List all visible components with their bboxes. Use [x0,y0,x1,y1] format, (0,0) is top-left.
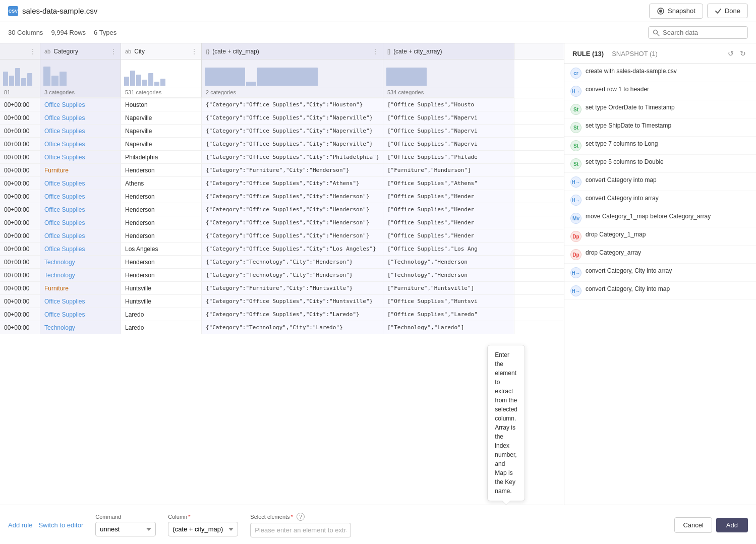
rule-item[interactable]: H→ convert Category, City into map [564,282,756,300]
cell-map: {"Category":"Office Supplies","City":"La… [202,308,383,321]
cell-time: 00+00:00 [0,164,40,176]
cell-array: ["Technology","Laredo"] [383,321,514,334]
rule-item[interactable]: cr create with sales-data-sample.csv [564,64,756,82]
cell-time: 00+00:00 [0,256,40,268]
table-row: 00+00:00 Office Supplies Naperville {"Ca… [0,125,564,138]
col-header-map: {} (cate + city_map) ⋮ [202,43,383,59]
switch-editor-link[interactable]: Switch to editor [38,521,83,529]
cell-category: Office Supplies [40,243,121,255]
bottom-left: Add rule Switch to editor [8,521,83,529]
rule-item[interactable]: H→ convert Category into array [564,191,756,209]
rule-item[interactable]: H→ convert Category, City into array [564,264,756,282]
columns-stat: 30 Columns [8,29,43,36]
cell-time: 00+00:00 [0,282,40,294]
cell-city: Naperville [121,125,202,137]
stat-col0: 81 [0,88,40,98]
table-row: 00+00:00 Office Supplies Naperville {"Ca… [0,138,564,151]
col-menu-category[interactable]: ⋮ [110,48,117,55]
col-header-array: [] (cate + city_array) [383,43,514,59]
histogram-row [0,59,564,88]
cell-array: ["Office Supplies","Hender [383,203,514,216]
cell-map: {"Category":"Office Supplies","City":"Hu… [202,295,383,308]
cell-time: 00+00:00 [0,151,40,163]
table-row: 00+00:00 Office Supplies Laredo {"Catego… [0,308,564,321]
cell-city: Houston [121,98,202,111]
cell-time: 00+00:00 [0,190,40,203]
add-rule-link[interactable]: Add rule [8,521,32,529]
rule-item[interactable]: St set type ShipDate to Timestamp [564,118,756,137]
top-bar-left: CSV sales-data-sample.csv [8,6,97,16]
redo-button[interactable]: ↻ [738,48,748,58]
rule-list: cr create with sales-data-sample.csv H→ … [564,64,756,505]
table-row: 00+00:00 Furniture Huntsville {"Category… [0,282,564,295]
rule-text: convert Category into array [586,194,659,203]
cell-map: {"Category":"Technology","City":"Henders… [202,269,383,281]
column-select[interactable]: (cate + city_map) [168,522,238,536]
main-layout: ⋮ ab Category ⋮ ab City ⋮ {} (cate + cit… [0,43,756,505]
select-elements-label: Select elements* ? [250,513,351,521]
col-menu-city[interactable]: ⋮ [191,48,197,55]
table-row: 00+00:00 Office Supplies Henderson {"Cat… [0,229,564,243]
cell-category: Office Supplies [40,111,121,124]
rule-text: convert Category, City into map [586,285,670,293]
cell-time: 00+00:00 [0,125,40,137]
rule-badge: cr [570,68,581,79]
cell-map: {"Category":"Technology","City":"Henders… [202,256,383,268]
cell-city: Naperville [121,111,202,124]
rule-item[interactable]: St set type OrderDate to Timestamp [564,100,756,118]
col-type-map: {} [206,48,209,54]
cell-city: Laredo [121,308,202,321]
svg-point-1 [659,10,662,13]
cell-map: {"Category":"Office Supplies","City":"Ph… [202,151,383,163]
table-row: 00+00:00 Office Supplies Los Angeles {"C… [0,243,564,256]
rule-item[interactable]: Dp drop Category_array [564,246,756,264]
cell-map: {"Category":"Technology","City":"Laredo"… [202,321,383,334]
rule-item[interactable]: H→ convert row 1 to header [564,82,756,100]
stat-col1: 3 categories [40,88,121,98]
command-label: Command [95,514,156,520]
rule-badge: St [570,122,581,133]
cell-time: 00+00:00 [0,229,40,242]
rows-stat: 9,994 Rows [51,29,86,36]
rule-item[interactable]: St set type 5 columns to Double [564,155,756,173]
col-menu-map[interactable]: ⋮ [373,48,379,55]
cell-category: Office Supplies [40,203,121,216]
cell-time: 00+00:00 [0,111,40,124]
cancel-button[interactable]: Cancel [674,517,712,533]
rule-badge: St [570,158,581,169]
col-type-array: [] [387,48,390,54]
cell-category: Office Supplies [40,308,121,321]
info-icon[interactable]: ? [297,513,305,521]
cell-time: 00+00:00 [0,308,40,321]
rule-badge: H→ [570,195,581,206]
rule-tab[interactable]: RULE (13) [572,50,604,57]
undo-button[interactable]: ↺ [726,48,736,58]
cell-category: Office Supplies [40,125,121,137]
check-icon [715,8,722,15]
cell-city: Philadelphia [121,151,202,163]
cell-array: ["Furniture","Huntsville"] [383,282,514,294]
search-input[interactable] [663,29,743,36]
done-button[interactable]: Done [707,4,748,18]
snapshot-button[interactable]: Snapshot [649,4,703,19]
col-name-map: (cate + city_map) [212,48,259,55]
search-icon [653,29,660,36]
rule-text: set type OrderDate to Timestamp [586,103,675,112]
grid-header: ⋮ ab Category ⋮ ab City ⋮ {} (cate + cit… [0,43,564,59]
snapshot-tab[interactable]: SNAPSHOT (1) [612,50,658,57]
add-button[interactable]: Add [716,518,748,532]
col-menu-0: ⋮ [30,48,36,55]
rule-item[interactable]: St set type 7 columns to Long [564,137,756,155]
command-select[interactable]: unnest [95,522,156,536]
rule-item[interactable]: Mv move Category_1_map before Category_a… [564,209,756,227]
types-stat: 6 Types [94,29,117,36]
rule-badge: Dp [570,249,581,260]
cell-city: Henderson [121,269,202,281]
cell-time: 00+00:00 [0,138,40,150]
cell-category: Office Supplies [40,98,121,111]
select-elements-input[interactable] [250,523,351,537]
rule-item[interactable]: Dp drop Category_1_map [564,227,756,246]
rule-item[interactable]: H→ convert Category into map [564,173,756,191]
rule-text: drop Category_1_map [586,230,646,239]
cell-time: 00+00:00 [0,295,40,308]
